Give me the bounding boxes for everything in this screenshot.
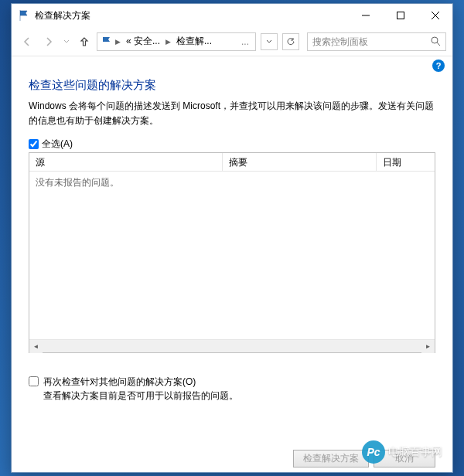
recheck-label: 再次检查针对其他问题的解决方案(O)	[43, 375, 238, 389]
scroll-left-icon[interactable]: ◄	[29, 340, 43, 353]
chevron-right-icon[interactable]: ▶	[114, 38, 121, 46]
problem-listview: 源 摘要 日期 没有未报告的问题。 ◄ ►	[29, 152, 435, 353]
close-button[interactable]	[418, 5, 452, 27]
listview-header: 源 摘要 日期	[29, 153, 435, 172]
breadcrumb-segment[interactable]: « 安全...	[123, 33, 163, 50]
svg-line-5	[437, 42, 440, 46]
check-solutions-button[interactable]: 检查解决方案	[293, 450, 369, 468]
search-box[interactable]	[307, 32, 446, 51]
recheck-option[interactable]: 再次检查针对其他问题的解决方案(O) 查看解决方案目前是否可用于以前报告的问题。	[29, 375, 435, 403]
window-title: 检查解决方案	[35, 9, 348, 22]
help-icon[interactable]: ?	[432, 60, 445, 72]
dropdown-button[interactable]	[261, 33, 278, 50]
listview-body: 没有未报告的问题。	[29, 172, 435, 339]
page-heading: 检查这些问题的解决方案	[29, 78, 435, 93]
column-date[interactable]: 日期	[377, 153, 435, 171]
watermark-text: 电脑百事网	[388, 445, 442, 459]
breadcrumb-overflow: ...	[238, 33, 252, 50]
navbar: ▶ « 安全... ▶ 检查解... ...	[12, 27, 452, 56]
select-all-input[interactable]	[29, 139, 39, 149]
up-button[interactable]	[75, 32, 94, 51]
recheck-text: 再次检查针对其他问题的解决方案(O) 查看解决方案目前是否可用于以前报告的问题。	[43, 375, 238, 403]
recheck-checkbox[interactable]	[29, 376, 39, 386]
minimize-button[interactable]	[348, 5, 383, 27]
breadcrumb-flag-icon	[101, 36, 113, 48]
page-description: Windows 会将每个问题的描述发送到 Microsoft，并查找可以用来解决…	[29, 99, 435, 128]
select-all-checkbox[interactable]: 全选(A)	[29, 138, 435, 151]
watermark-logo-icon: Pc	[362, 440, 385, 464]
refresh-button[interactable]	[282, 33, 299, 50]
maximize-button[interactable]	[383, 5, 418, 27]
select-all-label: 全选(A)	[42, 138, 73, 151]
recheck-sub: 查看解决方案目前是否可用于以前报告的问题。	[43, 389, 238, 403]
search-input[interactable]	[312, 36, 431, 47]
back-button[interactable]	[18, 32, 36, 51]
empty-message: 没有未报告的问题。	[36, 177, 119, 188]
column-summary[interactable]: 摘要	[223, 153, 377, 171]
content-area: ? 检查这些问题的解决方案 Windows 会将每个问题的描述发送到 Micro…	[12, 56, 452, 472]
svg-point-4	[432, 37, 438, 43]
horizontal-scrollbar[interactable]: ◄ ►	[29, 339, 435, 352]
search-icon[interactable]	[431, 36, 441, 46]
control-panel-window: 检查解决方案 ▶ « 安全... ▶ 检查解	[11, 3, 453, 473]
column-source[interactable]: 源	[29, 153, 223, 171]
flag-icon	[18, 9, 30, 22]
chevron-right-icon[interactable]: ▶	[165, 38, 172, 46]
recent-dropdown-icon[interactable]	[61, 32, 72, 51]
forward-button[interactable]	[39, 32, 58, 51]
breadcrumb-segment[interactable]: 检查解...	[173, 33, 215, 50]
svg-rect-1	[397, 12, 404, 19]
scroll-right-icon[interactable]: ►	[421, 340, 435, 353]
watermark: Pc 电脑百事网	[362, 440, 442, 464]
titlebar: 检查解决方案	[12, 4, 452, 27]
breadcrumb[interactable]: ▶ « 安全... ▶ 检查解... ...	[97, 32, 256, 51]
